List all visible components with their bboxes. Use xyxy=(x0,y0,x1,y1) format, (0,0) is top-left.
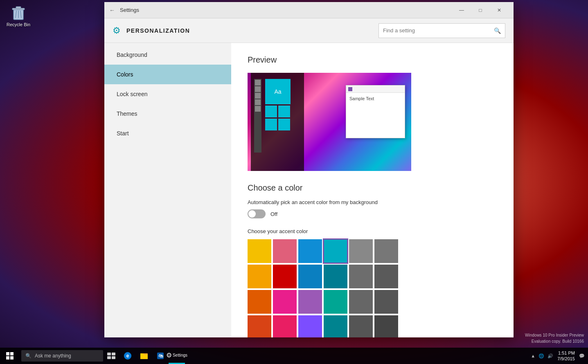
svg-text:🛍: 🛍 xyxy=(158,353,163,358)
minimize-button[interactable]: — xyxy=(452,4,471,16)
preview-tile-small xyxy=(278,106,290,117)
settings-window: ← Settings — □ ✕ ⚙ PERSONALIZATION 🔍 xyxy=(104,2,514,337)
search-box[interactable]: 🔍 xyxy=(378,23,505,38)
svg-rect-12 xyxy=(107,356,111,359)
svg-rect-18 xyxy=(140,355,148,359)
recycle-bin-img xyxy=(10,4,27,20)
title-bar: ← Settings — □ ✕ xyxy=(104,2,514,18)
sidebar-item-label: Background xyxy=(117,52,147,58)
color-swatch-9[interactable] xyxy=(324,265,347,288)
color-swatch-17[interactable] xyxy=(374,290,398,314)
sidebar-item-label: Lock screen xyxy=(117,91,147,97)
taskbar: 🔍 Ask me anything e xyxy=(0,348,588,364)
color-swatch-0[interactable] xyxy=(248,239,271,263)
sidebar-item-label: Themes xyxy=(117,110,137,117)
color-grid xyxy=(248,239,497,337)
color-swatch-23[interactable] xyxy=(374,315,398,337)
header-left: ⚙ PERSONALIZATION xyxy=(113,25,190,36)
maximize-button[interactable]: □ xyxy=(471,4,490,16)
back-icon[interactable]: ← xyxy=(109,7,115,13)
color-swatch-5[interactable] xyxy=(374,239,398,263)
sidebar-item-themes[interactable]: Themes xyxy=(104,104,231,124)
clock-date: 7/9/2015 xyxy=(557,356,575,362)
accent-color-label: Choose your accent color xyxy=(248,228,497,234)
svg-rect-8 xyxy=(6,356,9,360)
color-swatch-11[interactable] xyxy=(374,265,398,288)
sidebar-item-background[interactable]: Background xyxy=(104,45,231,65)
color-swatch-8[interactable] xyxy=(298,265,322,288)
personalization-gear-icon: ⚙ xyxy=(113,25,121,36)
color-swatch-7[interactable] xyxy=(273,265,297,288)
tray-arrow[interactable]: ▲ xyxy=(531,353,535,358)
sample-text: Sample Text xyxy=(349,96,374,101)
preview-box: Aa xyxy=(248,73,411,171)
tray-volume-icon[interactable]: 🔊 xyxy=(547,353,553,359)
color-swatch-1[interactable] xyxy=(273,239,297,263)
color-swatch-3[interactable] xyxy=(324,239,347,263)
color-swatch-15[interactable] xyxy=(324,290,347,314)
preview-window-body: Sample Text xyxy=(346,93,405,104)
preview-tile-small xyxy=(265,106,277,117)
taskbar-task-view[interactable] xyxy=(103,348,119,364)
taskbar-left: 🔍 Ask me anything e xyxy=(0,348,185,364)
taskbar-search-bar[interactable]: 🔍 Ask me anything xyxy=(21,350,103,362)
search-input[interactable] xyxy=(383,27,491,34)
clock-area[interactable]: 1:51 PM 7/9/2015 xyxy=(557,350,575,362)
preview-tile-small xyxy=(265,119,277,130)
preview-sidebar-strip xyxy=(254,79,261,153)
recycle-bin-icon[interactable]: Recycle Bin xyxy=(4,4,33,27)
taskbar-search-icon: 🔍 xyxy=(25,353,32,359)
color-swatch-13[interactable] xyxy=(273,290,297,314)
header-bar: ⚙ PERSONALIZATION 🔍 xyxy=(104,18,514,43)
tray-network-icon: 🌐 xyxy=(538,353,544,359)
color-swatch-18[interactable] xyxy=(248,315,271,337)
recycle-bin-label: Recycle Bin xyxy=(7,22,30,27)
color-swatch-10[interactable] xyxy=(349,265,373,288)
taskbar-settings-icon[interactable]: ⚙ Settings xyxy=(169,348,185,364)
auto-accent-toggle[interactable] xyxy=(248,209,266,218)
start-button[interactable] xyxy=(0,348,20,364)
clock-time: 1:51 PM xyxy=(558,350,575,356)
watermark-line2: Evaluation copy. Build 10166 xyxy=(525,338,584,344)
sidebar-item-colors[interactable]: Colors xyxy=(104,65,231,84)
sidebar-item-lock-screen[interactable]: Lock screen xyxy=(104,84,231,104)
main-panel: Preview xyxy=(231,43,514,337)
taskbar-edge-icon[interactable]: e xyxy=(119,348,136,364)
sidebar-item-label: Start xyxy=(117,130,129,137)
title-bar-controls: — □ ✕ xyxy=(452,4,509,16)
title-bar-left: ← Settings xyxy=(109,7,139,13)
preview-accent-bar xyxy=(348,87,352,91)
svg-rect-7 xyxy=(10,352,14,355)
search-icon: 🔍 xyxy=(494,27,501,34)
color-swatch-21[interactable] xyxy=(324,315,347,337)
svg-rect-2 xyxy=(16,7,21,9)
sidebar-item-start[interactable]: Start xyxy=(104,124,231,143)
color-swatch-2[interactable] xyxy=(298,239,322,263)
toggle-row: Off xyxy=(248,209,497,218)
color-swatch-14[interactable] xyxy=(298,290,322,314)
preview-tile-row2 xyxy=(265,119,291,130)
color-swatch-6[interactable] xyxy=(248,265,271,288)
color-swatch-16[interactable] xyxy=(349,290,373,314)
notification-icon[interactable]: 💬 xyxy=(579,353,585,359)
color-swatch-4[interactable] xyxy=(349,239,373,263)
color-swatch-22[interactable] xyxy=(349,315,373,337)
taskbar-explorer-icon[interactable] xyxy=(136,348,152,364)
svg-rect-9 xyxy=(10,356,14,360)
svg-rect-11 xyxy=(112,353,115,355)
color-swatch-12[interactable] xyxy=(248,290,271,314)
page-title: PERSONALIZATION xyxy=(126,27,190,34)
auto-accent-label: Automatically pick an accent color from … xyxy=(248,199,497,205)
sidebar: Background Colors Lock screen Themes Sta… xyxy=(104,43,231,337)
preview-tile-main: Aa xyxy=(265,79,291,104)
preview-title: Preview xyxy=(248,55,497,65)
preview-tile-row xyxy=(265,106,291,117)
color-swatch-20[interactable] xyxy=(298,315,322,337)
preview-window-titlebar xyxy=(346,85,405,93)
system-tray: ▲ 🌐 🔊 xyxy=(531,353,553,359)
close-button[interactable]: ✕ xyxy=(490,4,509,16)
taskbar-search-label: Ask me anything xyxy=(35,353,71,359)
watermark: Windows 10 Pro Insider Preview Evaluatio… xyxy=(525,332,584,344)
color-swatch-19[interactable] xyxy=(273,315,297,337)
window-title: Settings xyxy=(120,7,139,13)
